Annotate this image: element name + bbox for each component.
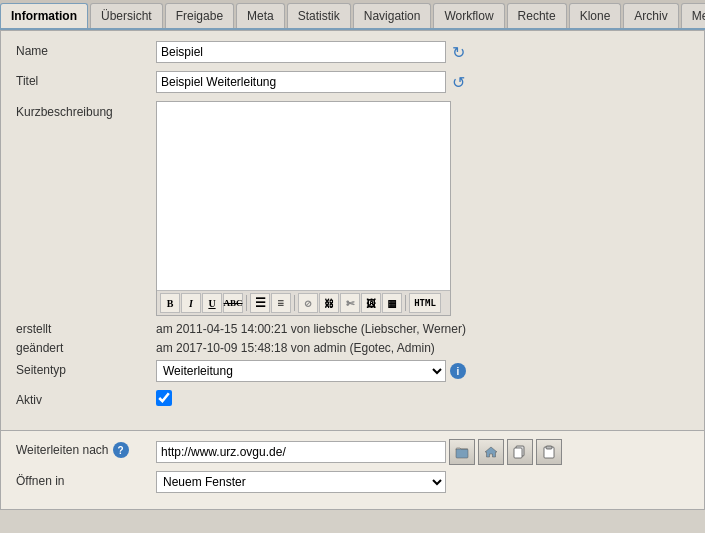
- aktiv-control-wrap: [156, 390, 689, 406]
- tab-klone[interactable]: Klone: [569, 3, 622, 28]
- toolbar-underline[interactable]: U: [202, 293, 222, 313]
- erstellt-label: erstellt: [16, 322, 156, 336]
- kurzbeschreibung-label: Kurzbeschreibung: [16, 101, 156, 119]
- svg-rect-2: [514, 448, 522, 458]
- tab-bar: Information Übersicht Freigabe Meta Stat…: [0, 0, 705, 30]
- seitentyp-select[interactable]: Weiterleitung: [156, 360, 446, 382]
- name-label: Name: [16, 41, 156, 58]
- weiterleiten-control-wrap: [156, 439, 689, 465]
- oeffnen-label: Öffnen in: [16, 471, 156, 488]
- tab-meta[interactable]: Meta: [236, 3, 285, 28]
- erstellt-value: am 2011-04-15 14:00:21 von liebsche (Lie…: [156, 322, 466, 336]
- geaendert-value: am 2017-10-09 15:48:18 von admin (Egotec…: [156, 341, 435, 355]
- weiterleiten-label-text: Weiterleiten nach: [16, 443, 109, 457]
- name-refresh-icon[interactable]: ↻: [449, 43, 467, 61]
- paste-icon: [542, 445, 556, 459]
- titel-row: Titel ↺: [16, 71, 689, 95]
- weiterleiten-row: Weiterleiten nach ?: [16, 439, 689, 465]
- toolbar-image[interactable]: 🖼: [361, 293, 381, 313]
- oeffnen-control-wrap: Neuem Fenster Gleichem Fenster: [156, 471, 689, 493]
- action-btn-home[interactable]: [478, 439, 504, 465]
- toolbar-unlink[interactable]: ⊘: [298, 293, 318, 313]
- toolbar-sep2: [294, 295, 295, 311]
- geaendert-row: geändert am 2017-10-09 15:48:18 von admi…: [16, 341, 689, 355]
- toolbar-sep3: [405, 295, 406, 311]
- oeffnen-select[interactable]: Neuem Fenster Gleichem Fenster: [156, 471, 446, 493]
- titel-control-wrap: ↺: [156, 71, 689, 93]
- erstellt-row: erstellt am 2011-04-15 14:00:21 von lieb…: [16, 322, 689, 336]
- name-row: Name ↻: [16, 41, 689, 65]
- toolbar-table[interactable]: ▦: [382, 293, 402, 313]
- kurzbeschreibung-row: Kurzbeschreibung B I U ABC ☰ ≡ ⊘ ⛓ ✄ 🖼: [16, 101, 689, 316]
- copy-icon: [513, 445, 527, 459]
- editor-toolbar: B I U ABC ☰ ≡ ⊘ ⛓ ✄ 🖼 ▦ HTML: [157, 290, 450, 315]
- seitentyp-row: Seitentyp Weiterleitung i: [16, 360, 689, 384]
- toolbar-italic[interactable]: I: [181, 293, 201, 313]
- tab-media[interactable]: Media: [681, 3, 705, 28]
- seitentyp-label: Seitentyp: [16, 360, 156, 377]
- toolbar-html[interactable]: HTML: [409, 293, 441, 313]
- action-btn-copy[interactable]: [507, 439, 533, 465]
- titel-label: Titel: [16, 71, 156, 88]
- editor-wrap: B I U ABC ☰ ≡ ⊘ ⛓ ✄ 🖼 ▦ HTML: [156, 101, 451, 316]
- action-btn-folder[interactable]: [449, 439, 475, 465]
- toolbar-sep1: [246, 295, 247, 311]
- toolbar-link[interactable]: ⛓: [319, 293, 339, 313]
- toolbar-list-ol[interactable]: ≡: [271, 293, 291, 313]
- home-icon: [484, 445, 498, 459]
- toolbar-strikethrough[interactable]: ABC: [223, 293, 243, 313]
- tab-archiv[interactable]: Archiv: [623, 3, 678, 28]
- tab-workflow[interactable]: Workflow: [433, 3, 504, 28]
- toolbar-cut[interactable]: ✄: [340, 293, 360, 313]
- geaendert-label: geändert: [16, 341, 156, 355]
- aktiv-checkbox[interactable]: [156, 390, 172, 406]
- tab-uebersicht[interactable]: Übersicht: [90, 3, 163, 28]
- action-btn-paste[interactable]: [536, 439, 562, 465]
- oeffnen-row: Öffnen in Neuem Fenster Gleichem Fenster: [16, 471, 689, 495]
- kurzbeschreibung-control-wrap: B I U ABC ☰ ≡ ⊘ ⛓ ✄ 🖼 ▦ HTML: [156, 101, 689, 316]
- name-input[interactable]: [156, 41, 446, 63]
- weiterleiten-input[interactable]: [156, 441, 446, 463]
- titel-input[interactable]: [156, 71, 446, 93]
- svg-rect-4: [546, 446, 552, 449]
- toolbar-bold[interactable]: B: [160, 293, 180, 313]
- toolbar-list-ul[interactable]: ☰: [250, 293, 270, 313]
- aktiv-label: Aktiv: [16, 390, 156, 407]
- titel-refresh-icon[interactable]: ↺: [449, 73, 467, 91]
- action-buttons: [449, 439, 562, 465]
- name-control-wrap: ↻: [156, 41, 689, 63]
- tab-freigabe[interactable]: Freigabe: [165, 3, 234, 28]
- seitentyp-info-icon[interactable]: i: [450, 363, 466, 379]
- seitentyp-control-wrap: Weiterleitung i: [156, 360, 689, 382]
- tab-rechte[interactable]: Rechte: [507, 3, 567, 28]
- bottom-section: Weiterleiten nach ?: [0, 431, 705, 510]
- weiterleiten-label: Weiterleiten nach ?: [16, 439, 156, 458]
- main-content: Name ↻ Titel ↺ Kurzbeschreibung B I U AB…: [0, 30, 705, 431]
- weiterleiten-help-icon[interactable]: ?: [113, 442, 129, 458]
- tab-statistik[interactable]: Statistik: [287, 3, 351, 28]
- seitentyp-select-wrap: Weiterleitung i: [156, 360, 466, 382]
- aktiv-row: Aktiv: [16, 390, 689, 414]
- svg-rect-0: [456, 449, 468, 458]
- tab-information[interactable]: Information: [0, 3, 88, 28]
- kurzbeschreibung-textarea[interactable]: [157, 102, 450, 287]
- folder-icon: [455, 445, 469, 459]
- tab-navigation[interactable]: Navigation: [353, 3, 432, 28]
